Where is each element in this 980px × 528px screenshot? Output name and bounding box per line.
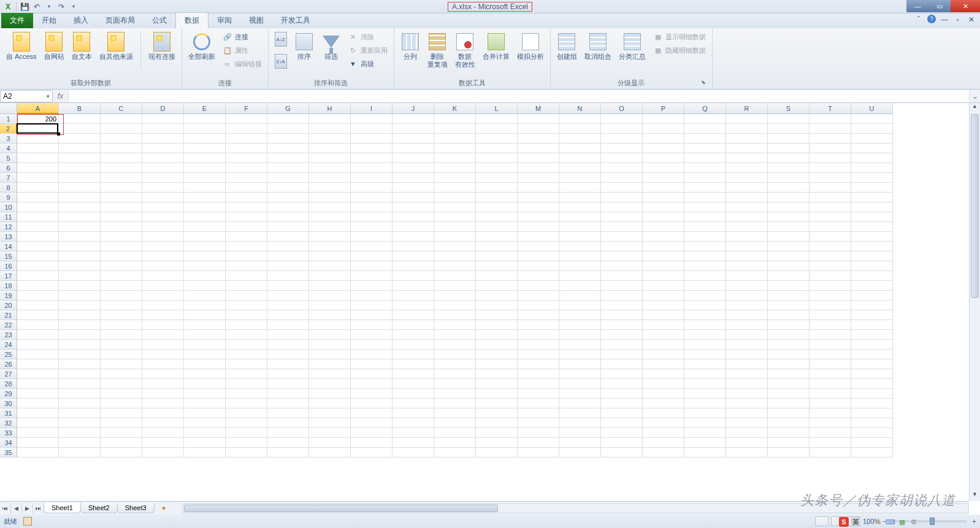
cell-D8[interactable] bbox=[142, 183, 184, 193]
cell-N22[interactable] bbox=[559, 320, 601, 330]
cell-I31[interactable] bbox=[351, 408, 392, 418]
cell-G33[interactable] bbox=[267, 428, 309, 438]
cell-T29[interactable] bbox=[810, 389, 851, 399]
cell-U15[interactable] bbox=[851, 251, 893, 261]
column-header-D[interactable]: D bbox=[142, 103, 184, 114]
cell-T13[interactable] bbox=[810, 232, 851, 242]
cell-A1[interactable]: 200 bbox=[17, 114, 59, 124]
cell-H30[interactable] bbox=[309, 399, 351, 408]
cell-K8[interactable] bbox=[434, 183, 476, 193]
cell-I15[interactable] bbox=[351, 251, 392, 261]
cell-S10[interactable] bbox=[768, 202, 810, 212]
cell-J33[interactable] bbox=[392, 428, 434, 438]
cell-R2[interactable] bbox=[726, 124, 768, 134]
row-header-32[interactable]: 32 bbox=[0, 418, 17, 428]
cell-R14[interactable] bbox=[726, 242, 768, 251]
cell-H13[interactable] bbox=[309, 232, 351, 242]
row-header-22[interactable]: 22 bbox=[0, 320, 17, 330]
cell-F9[interactable] bbox=[226, 193, 267, 202]
cell-I30[interactable] bbox=[351, 399, 392, 408]
cell-H31[interactable] bbox=[309, 408, 351, 418]
cell-E19[interactable] bbox=[184, 291, 226, 300]
cell-J21[interactable] bbox=[392, 310, 434, 320]
cell-B13[interactable] bbox=[59, 232, 101, 242]
cell-U34[interactable] bbox=[851, 438, 893, 448]
cell-H23[interactable] bbox=[309, 330, 351, 340]
cell-T22[interactable] bbox=[810, 320, 851, 330]
cell-J26[interactable] bbox=[392, 359, 434, 369]
cell-I8[interactable] bbox=[351, 183, 392, 193]
cell-N20[interactable] bbox=[559, 300, 601, 310]
row-header-17[interactable]: 17 bbox=[0, 271, 17, 281]
cell-C25[interactable] bbox=[101, 350, 142, 359]
cell-E7[interactable] bbox=[184, 173, 226, 183]
cell-F23[interactable] bbox=[226, 330, 267, 340]
cell-E35[interactable] bbox=[184, 448, 226, 457]
cell-M8[interactable] bbox=[518, 183, 559, 193]
cell-I16[interactable] bbox=[351, 261, 392, 271]
ime-skin-icon[interactable]: ▦ bbox=[897, 517, 907, 527]
cell-K33[interactable] bbox=[434, 428, 476, 438]
cell-K10[interactable] bbox=[434, 202, 476, 212]
cell-J9[interactable] bbox=[392, 193, 434, 202]
cell-P24[interactable] bbox=[643, 340, 684, 350]
cell-D27[interactable] bbox=[142, 369, 184, 379]
cell-H18[interactable] bbox=[309, 281, 351, 291]
column-header-O[interactable]: O bbox=[601, 103, 643, 114]
cell-M17[interactable] bbox=[518, 271, 559, 281]
cell-O34[interactable] bbox=[601, 438, 643, 448]
cell-U23[interactable] bbox=[851, 330, 893, 340]
cell-B30[interactable] bbox=[59, 399, 101, 408]
cell-F27[interactable] bbox=[226, 369, 267, 379]
cell-B23[interactable] bbox=[59, 330, 101, 340]
scroll-thumb[interactable] bbox=[971, 114, 979, 298]
cell-K12[interactable] bbox=[434, 222, 476, 232]
cell-B25[interactable] bbox=[59, 350, 101, 359]
cell-O1[interactable] bbox=[601, 114, 643, 124]
cell-P32[interactable] bbox=[643, 418, 684, 428]
cell-S27[interactable] bbox=[768, 369, 810, 379]
cell-H20[interactable] bbox=[309, 300, 351, 310]
cell-O11[interactable] bbox=[601, 212, 643, 222]
cell-M19[interactable] bbox=[518, 291, 559, 300]
cell-R22[interactable] bbox=[726, 320, 768, 330]
cell-N26[interactable] bbox=[559, 359, 601, 369]
cell-R18[interactable] bbox=[726, 281, 768, 291]
cell-L19[interactable] bbox=[476, 291, 518, 300]
cell-P11[interactable] bbox=[643, 212, 684, 222]
cell-C24[interactable] bbox=[101, 340, 142, 350]
cell-S32[interactable] bbox=[768, 418, 810, 428]
cell-G9[interactable] bbox=[267, 193, 309, 202]
cell-D24[interactable] bbox=[142, 340, 184, 350]
cell-Q34[interactable] bbox=[684, 438, 726, 448]
cell-M10[interactable] bbox=[518, 202, 559, 212]
cell-L34[interactable] bbox=[476, 438, 518, 448]
cell-Q32[interactable] bbox=[684, 418, 726, 428]
cell-R9[interactable] bbox=[726, 193, 768, 202]
cell-L22[interactable] bbox=[476, 320, 518, 330]
cell-J5[interactable] bbox=[392, 153, 434, 163]
cell-Q25[interactable] bbox=[684, 350, 726, 359]
cell-K13[interactable] bbox=[434, 232, 476, 242]
cell-T30[interactable] bbox=[810, 399, 851, 408]
cell-H33[interactable] bbox=[309, 428, 351, 438]
cell-C21[interactable] bbox=[101, 310, 142, 320]
cell-H1[interactable] bbox=[309, 114, 351, 124]
cell-N15[interactable] bbox=[559, 251, 601, 261]
cell-M34[interactable] bbox=[518, 438, 559, 448]
cell-T33[interactable] bbox=[810, 428, 851, 438]
cell-F32[interactable] bbox=[226, 418, 267, 428]
cell-O23[interactable] bbox=[601, 330, 643, 340]
cell-E17[interactable] bbox=[184, 271, 226, 281]
new-sheet-button[interactable]: ✦ bbox=[157, 503, 170, 513]
cell-D20[interactable] bbox=[142, 300, 184, 310]
cell-U9[interactable] bbox=[851, 193, 893, 202]
cell-Q18[interactable] bbox=[684, 281, 726, 291]
cell-F8[interactable] bbox=[226, 183, 267, 193]
cell-U33[interactable] bbox=[851, 428, 893, 438]
cell-J20[interactable] bbox=[392, 300, 434, 310]
cell-N21[interactable] bbox=[559, 310, 601, 320]
cell-T2[interactable] bbox=[810, 124, 851, 134]
cell-U7[interactable] bbox=[851, 173, 893, 183]
cell-C3[interactable] bbox=[101, 134, 142, 143]
